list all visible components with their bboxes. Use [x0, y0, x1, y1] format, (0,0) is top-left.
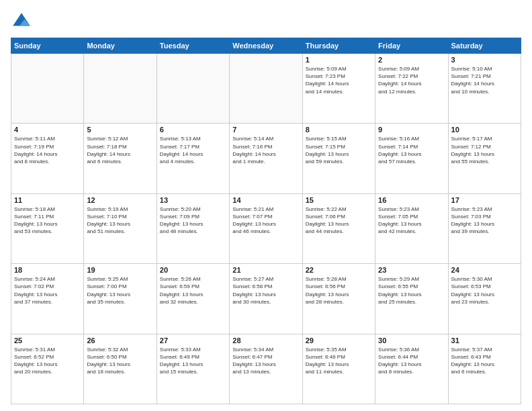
calendar-cell: 6Sunrise: 5:13 AM Sunset: 7:17 PM Daylig… — [157, 124, 229, 193]
calendar-cell: 21Sunrise: 5:27 AM Sunset: 6:58 PM Dayli… — [230, 264, 302, 334]
day-info: Sunrise: 5:26 AM Sunset: 6:59 PM Dayligh… — [160, 275, 226, 306]
calendar-cell: 30Sunrise: 5:36 AM Sunset: 6:44 PM Dayli… — [375, 334, 448, 404]
calendar-cell: 12Sunrise: 5:19 AM Sunset: 7:10 PM Dayli… — [84, 193, 157, 263]
calendar-cell: 29Sunrise: 5:35 AM Sunset: 6:46 PM Dayli… — [302, 334, 375, 404]
day-info: Sunrise: 5:31 AM Sunset: 6:52 PM Dayligh… — [14, 346, 81, 376]
day-number: 12 — [87, 196, 153, 204]
calendar-cell: 2Sunrise: 5:09 AM Sunset: 7:22 PM Daylig… — [375, 54, 448, 124]
day-number: 27 — [160, 336, 226, 345]
day-info: Sunrise: 5:15 AM Sunset: 7:15 PM Dayligh… — [306, 135, 372, 165]
calendar-cell: 8Sunrise: 5:15 AM Sunset: 7:15 PM Daylig… — [302, 124, 375, 193]
day-number: 28 — [232, 336, 299, 345]
logo-icon — [11, 11, 32, 32]
calendar-cell: 28Sunrise: 5:34 AM Sunset: 6:47 PM Dayli… — [230, 334, 302, 404]
calendar-cell: 13Sunrise: 5:20 AM Sunset: 7:09 PM Dayli… — [157, 193, 229, 263]
day-info: Sunrise: 5:25 AM Sunset: 7:00 PM Dayligh… — [87, 275, 153, 306]
week-row-4: 18Sunrise: 5:24 AM Sunset: 7:02 PM Dayli… — [11, 264, 521, 334]
calendar-cell: 22Sunrise: 5:28 AM Sunset: 6:56 PM Dayli… — [302, 264, 375, 334]
day-number: 14 — [232, 196, 299, 204]
day-number: 20 — [160, 266, 226, 274]
day-info: Sunrise: 5:18 AM Sunset: 7:11 PM Dayligh… — [14, 205, 81, 236]
calendar-cell: 31Sunrise: 5:37 AM Sunset: 6:43 PM Dayli… — [448, 334, 521, 404]
day-number: 10 — [451, 126, 518, 134]
calendar-cell: 15Sunrise: 5:22 AM Sunset: 7:06 PM Dayli… — [302, 193, 375, 263]
day-info: Sunrise: 5:36 AM Sunset: 6:44 PM Dayligh… — [378, 346, 445, 376]
day-info: Sunrise: 5:14 AM Sunset: 7:16 PM Dayligh… — [232, 135, 299, 165]
day-number: 22 — [306, 266, 372, 274]
calendar-cell: 3Sunrise: 5:10 AM Sunset: 7:21 PM Daylig… — [448, 54, 521, 124]
calendar-cell — [11, 54, 84, 124]
calendar-cell — [84, 54, 157, 124]
calendar-cell: 20Sunrise: 5:26 AM Sunset: 6:59 PM Dayli… — [157, 264, 229, 334]
weekday-header-saturday: Saturday — [448, 38, 521, 54]
day-info: Sunrise: 5:20 AM Sunset: 7:09 PM Dayligh… — [160, 205, 226, 236]
day-info: Sunrise: 5:34 AM Sunset: 6:47 PM Dayligh… — [232, 346, 299, 376]
day-number: 6 — [160, 126, 226, 134]
day-info: Sunrise: 5:37 AM Sunset: 6:43 PM Dayligh… — [451, 346, 518, 376]
day-number: 3 — [451, 56, 518, 64]
day-number: 11 — [14, 196, 81, 204]
day-number: 1 — [306, 56, 372, 64]
day-info: Sunrise: 5:24 AM Sunset: 7:02 PM Dayligh… — [14, 275, 81, 306]
day-info: Sunrise: 5:12 AM Sunset: 7:18 PM Dayligh… — [87, 135, 153, 165]
day-number: 29 — [306, 336, 372, 345]
calendar-cell: 10Sunrise: 5:17 AM Sunset: 7:12 PM Dayli… — [448, 124, 521, 193]
calendar-cell: 1Sunrise: 5:09 AM Sunset: 7:23 PM Daylig… — [302, 54, 375, 124]
weekday-header-monday: Monday — [84, 38, 157, 54]
calendar-cell: 11Sunrise: 5:18 AM Sunset: 7:11 PM Dayli… — [11, 193, 84, 263]
calendar-cell: 4Sunrise: 5:11 AM Sunset: 7:19 PM Daylig… — [11, 124, 84, 193]
day-info: Sunrise: 5:30 AM Sunset: 6:53 PM Dayligh… — [451, 275, 518, 306]
logo — [11, 11, 35, 32]
weekday-header-tuesday: Tuesday — [157, 38, 229, 54]
day-number: 5 — [87, 126, 153, 134]
day-info: Sunrise: 5:19 AM Sunset: 7:10 PM Dayligh… — [87, 205, 153, 236]
calendar-cell: 19Sunrise: 5:25 AM Sunset: 7:00 PM Dayli… — [84, 264, 157, 334]
weekday-header-friday: Friday — [375, 38, 448, 54]
calendar-cell: 16Sunrise: 5:23 AM Sunset: 7:05 PM Dayli… — [375, 193, 448, 263]
day-number: 15 — [306, 196, 372, 204]
day-info: Sunrise: 5:17 AM Sunset: 7:12 PM Dayligh… — [451, 135, 518, 165]
day-number: 23 — [378, 266, 445, 274]
calendar-cell: 27Sunrise: 5:33 AM Sunset: 6:49 PM Dayli… — [157, 334, 229, 404]
day-number: 16 — [378, 196, 445, 204]
day-info: Sunrise: 5:27 AM Sunset: 6:58 PM Dayligh… — [232, 275, 299, 306]
day-info: Sunrise: 5:16 AM Sunset: 7:14 PM Dayligh… — [378, 135, 445, 165]
calendar-cell: 14Sunrise: 5:21 AM Sunset: 7:07 PM Dayli… — [230, 193, 302, 263]
calendar-cell: 17Sunrise: 5:23 AM Sunset: 7:03 PM Dayli… — [448, 193, 521, 263]
day-info: Sunrise: 5:10 AM Sunset: 7:21 PM Dayligh… — [451, 65, 518, 95]
day-number: 21 — [232, 266, 299, 274]
weekday-header-thursday: Thursday — [302, 38, 375, 54]
calendar-cell: 5Sunrise: 5:12 AM Sunset: 7:18 PM Daylig… — [84, 124, 157, 193]
calendar-cell: 26Sunrise: 5:32 AM Sunset: 6:50 PM Dayli… — [84, 334, 157, 404]
day-info: Sunrise: 5:23 AM Sunset: 7:03 PM Dayligh… — [451, 205, 518, 236]
day-info: Sunrise: 5:35 AM Sunset: 6:46 PM Dayligh… — [306, 346, 372, 376]
day-info: Sunrise: 5:09 AM Sunset: 7:22 PM Dayligh… — [378, 65, 445, 95]
day-info: Sunrise: 5:33 AM Sunset: 6:49 PM Dayligh… — [160, 346, 226, 376]
day-info: Sunrise: 5:32 AM Sunset: 6:50 PM Dayligh… — [87, 346, 153, 376]
day-number: 30 — [378, 336, 445, 345]
day-info: Sunrise: 5:29 AM Sunset: 6:55 PM Dayligh… — [378, 275, 445, 306]
day-number: 19 — [87, 266, 153, 274]
calendar-cell: 24Sunrise: 5:30 AM Sunset: 6:53 PM Dayli… — [448, 264, 521, 334]
calendar-header: SundayMondayTuesdayWednesdayThursdayFrid… — [11, 38, 521, 54]
day-number: 2 — [378, 56, 445, 64]
day-info: Sunrise: 5:28 AM Sunset: 6:56 PM Dayligh… — [306, 275, 372, 306]
day-info: Sunrise: 5:13 AM Sunset: 7:17 PM Dayligh… — [160, 135, 226, 165]
day-number: 25 — [14, 336, 81, 345]
calendar-cell: 7Sunrise: 5:14 AM Sunset: 7:16 PM Daylig… — [230, 124, 302, 193]
day-number: 4 — [14, 126, 81, 134]
day-number: 7 — [232, 126, 299, 134]
calendar-cell: 25Sunrise: 5:31 AM Sunset: 6:52 PM Dayli… — [11, 334, 84, 404]
day-info: Sunrise: 5:09 AM Sunset: 7:23 PM Dayligh… — [306, 65, 372, 95]
day-number: 18 — [14, 266, 81, 274]
calendar-cell: 9Sunrise: 5:16 AM Sunset: 7:14 PM Daylig… — [375, 124, 448, 193]
day-number: 24 — [451, 266, 518, 274]
week-row-5: 25Sunrise: 5:31 AM Sunset: 6:52 PM Dayli… — [11, 334, 521, 404]
week-row-2: 4Sunrise: 5:11 AM Sunset: 7:19 PM Daylig… — [11, 124, 521, 193]
weekday-header-wednesday: Wednesday — [230, 38, 302, 54]
calendar-table: SundayMondayTuesdayWednesdayThursdayFrid… — [11, 38, 521, 404]
calendar-body: 1Sunrise: 5:09 AM Sunset: 7:23 PM Daylig… — [11, 54, 521, 404]
calendar-cell — [230, 54, 302, 124]
week-row-3: 11Sunrise: 5:18 AM Sunset: 7:11 PM Dayli… — [11, 193, 521, 263]
day-info: Sunrise: 5:11 AM Sunset: 7:19 PM Dayligh… — [14, 135, 81, 165]
